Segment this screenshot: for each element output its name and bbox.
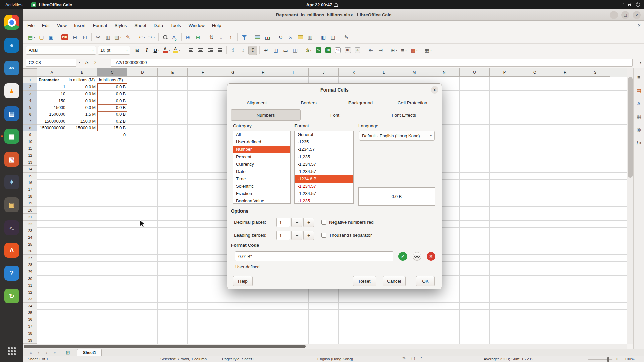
dock-media-editor[interactable]: ✦ xyxy=(4,174,19,190)
cell-a6[interactable]: 1500000 xyxy=(37,111,67,118)
column-header-i[interactable]: I xyxy=(278,68,309,77)
format-item-4[interactable]: -1,234.57 xyxy=(295,161,353,168)
tab-font-effects[interactable]: Font Effects xyxy=(369,109,438,121)
row-header-19[interactable]: 19 xyxy=(23,200,37,207)
category-item-time[interactable]: Time xyxy=(233,175,290,183)
document-modified-icon[interactable]: * xyxy=(420,356,422,360)
new-button[interactable]: ▤▾ xyxy=(26,33,36,42)
first-sheet-button[interactable]: « xyxy=(27,350,34,356)
system-tray[interactable] xyxy=(620,3,640,7)
category-item-scientific[interactable]: Scientific xyxy=(233,183,290,190)
row-header-29[interactable]: 29 xyxy=(23,268,37,275)
justified-button[interactable] xyxy=(215,46,224,55)
font-color-button[interactable]: ▾ xyxy=(162,46,171,55)
tab-cell-protection[interactable]: Cell Protection xyxy=(386,97,438,109)
category-item-percent[interactable]: Percent xyxy=(233,153,290,161)
format-item-1[interactable]: -1235 xyxy=(295,138,353,146)
menu-insert[interactable]: Insert xyxy=(70,21,89,31)
format-item-7[interactable]: -1,234.57 xyxy=(295,183,353,190)
print-preview-button[interactable]: ⊡ xyxy=(80,33,89,42)
row-header-2[interactable]: 2 xyxy=(23,83,37,90)
format-number-button[interactable]: 00 xyxy=(324,46,333,55)
category-item-number[interactable]: Number xyxy=(233,146,290,153)
insert-row-button[interactable]: ⊞ xyxy=(184,33,193,42)
expand-formula-bar-button[interactable]: ▾ xyxy=(640,61,641,64)
row-header-4[interactable]: 4 xyxy=(23,97,37,104)
row-header-23[interactable]: 23 xyxy=(23,227,37,234)
row-header-13[interactable]: 13 xyxy=(23,159,37,166)
row-header-14[interactable]: 14 xyxy=(23,166,37,172)
row-header-9[interactable]: 9 xyxy=(23,131,37,138)
dock-help[interactable]: ? xyxy=(4,265,19,281)
digital-signature-icon[interactable]: ✎ xyxy=(402,356,406,360)
sort-ascending-button[interactable]: ↓ xyxy=(217,33,226,42)
menu-styles[interactable]: Styles xyxy=(111,21,131,31)
dock-vscode[interactable]: </> xyxy=(4,60,19,76)
reset-button[interactable]: Reset xyxy=(353,276,376,286)
row-header-37[interactable]: 37 xyxy=(23,323,37,330)
cell-b4[interactable]: 0.0 M xyxy=(67,97,97,104)
align-bottom-button[interactable]: ↧ xyxy=(248,46,257,55)
vertical-scrollbar-thumb[interactable] xyxy=(628,77,633,178)
category-item-currency[interactable]: Currency xyxy=(233,161,290,168)
cell-b8[interactable]: 15000.0 M xyxy=(67,125,97,131)
row-header-39[interactable]: 39 xyxy=(23,337,37,344)
format-date-button[interactable]: 15 xyxy=(333,46,342,55)
merge-cells-button[interactable]: ▭ xyxy=(281,46,290,55)
menu-data[interactable]: Data xyxy=(150,21,167,31)
dock-chrome[interactable] xyxy=(4,15,19,30)
menu-help[interactable]: Help xyxy=(208,21,225,31)
special-character-button[interactable]: Ω xyxy=(276,33,285,42)
row-header-25[interactable]: 25 xyxy=(23,241,37,248)
column-header-b[interactable]: B xyxy=(67,68,97,77)
cancel-button[interactable]: Cancel xyxy=(383,276,406,286)
column-header-o[interactable]: O xyxy=(460,68,490,77)
row-header-36[interactable]: 36 xyxy=(23,316,37,323)
cell-c5[interactable]: 0.0 B xyxy=(97,104,127,111)
minimize-button[interactable]: − xyxy=(610,11,618,19)
column-header-r[interactable]: R xyxy=(550,68,580,77)
open-button[interactable]: ▢ xyxy=(37,33,46,42)
zoom-slider-thumb[interactable] xyxy=(607,357,609,362)
cell-a7[interactable]: 150000000 xyxy=(37,118,67,125)
decimal-minus-button[interactable]: − xyxy=(291,218,302,227)
zoom-out-button[interactable]: − xyxy=(580,356,583,362)
topbar-app-menu[interactable]: ▦ LibreOffice Calc xyxy=(31,2,72,7)
sort-descending-button[interactable]: ↑ xyxy=(226,33,235,42)
row-header-1[interactable]: 1 xyxy=(23,77,37,83)
name-box-dropdown[interactable]: ▾ xyxy=(76,59,83,67)
show-draw-functions-button[interactable]: ✎ xyxy=(342,33,351,42)
cell-b6[interactable]: 1.5 M xyxy=(67,111,97,118)
category-list[interactable]: AllUser-definedNumberPercentCurrencyDate… xyxy=(233,131,291,204)
cell-b7[interactable]: 150.0 M xyxy=(67,118,97,125)
headers-footers-button[interactable]: ▥ xyxy=(306,33,315,42)
menu-tools[interactable]: Tools xyxy=(167,21,185,31)
column-header-j[interactable]: J xyxy=(309,68,339,77)
highlighting-color-button[interactable]: ▾ xyxy=(172,46,182,55)
column-header-q[interactable]: Q xyxy=(520,68,550,77)
row-header-21[interactable]: 21 xyxy=(23,214,37,220)
underline-button[interactable]: U▾ xyxy=(152,46,161,55)
functions-button[interactable]: ƒx xyxy=(635,138,643,146)
format-currency-button[interactable]: $▾ xyxy=(304,46,313,55)
format-item-3[interactable]: -1,235 xyxy=(295,153,353,161)
previous-sheet-button[interactable]: ‹ xyxy=(35,350,42,356)
menu-edit[interactable]: Edit xyxy=(38,21,53,31)
leading-plus-button[interactable]: + xyxy=(303,231,314,240)
freeze-panes-button[interactable]: ◧ xyxy=(319,33,328,42)
last-sheet-button[interactable]: » xyxy=(51,350,58,356)
category-item-boolean-value[interactable]: Boolean Value xyxy=(233,197,290,204)
close-button[interactable]: × xyxy=(633,11,641,19)
maximize-button[interactable]: □ xyxy=(621,11,629,19)
horizontal-scrollbar[interactable] xyxy=(23,344,627,349)
menu-format[interactable]: Format xyxy=(89,21,111,31)
font-size-combo[interactable]: 10 pt ▾ xyxy=(98,46,130,55)
tab-borders[interactable]: Borders xyxy=(283,97,335,109)
selection-mode-icon[interactable]: ▢ xyxy=(411,356,415,360)
column-header-g[interactable]: G xyxy=(218,68,248,77)
negative-red-checkbox[interactable] xyxy=(321,220,326,225)
cell-c7[interactable]: 0.2 B xyxy=(97,118,127,125)
row-header-33[interactable]: 33 xyxy=(23,296,37,303)
row-header-16[interactable]: 16 xyxy=(23,179,37,186)
cell-c1[interactable]: in billions (B) xyxy=(97,77,127,83)
